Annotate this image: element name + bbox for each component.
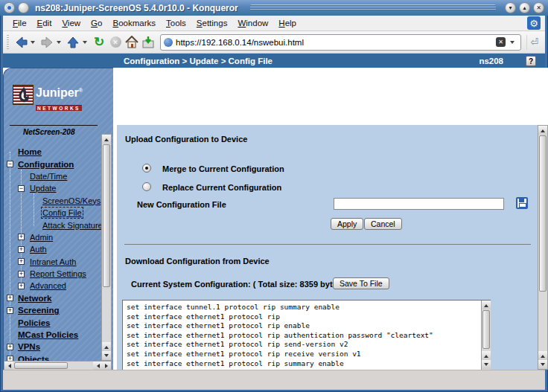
config-vscrollbar[interactable] [481,301,491,370]
back-button[interactable] [13,34,38,51]
merge-radio[interactable] [142,164,151,173]
sticky-icon[interactable] [18,2,29,13]
sidebar-item-label[interactable]: MCast Policies [18,330,78,339]
sidebar-item-label[interactable]: VPNs [18,342,40,351]
menu-tools[interactable]: Tools [161,17,191,29]
scroll-up-icon[interactable] [538,126,547,135]
scroll-up-icon[interactable] [102,342,111,351]
up-chevron-icon[interactable] [83,41,87,46]
window-menu-icon[interactable] [4,2,15,13]
main-vscrollbar[interactable] [538,125,548,370]
location-history-chevron-icon[interactable] [510,41,514,46]
sidebar-item-vpns[interactable]: +VPNs [4,341,101,353]
scroll-down-icon[interactable] [482,360,491,369]
sidebar-vscrollbar[interactable] [101,134,112,361]
sidebar-item-label[interactable]: Configuration [18,160,74,169]
sidebar-hscroll-thumb[interactable] [14,362,68,369]
sidebar-item-label[interactable]: ScreenOS/Keys [42,196,101,205]
collapse-icon[interactable]: − [7,161,13,167]
sidebar-item-mcast-policies[interactable]: MCast Policies [4,329,101,341]
forward-history-chevron-icon[interactable] [57,41,61,46]
expand-icon[interactable]: + [18,271,25,277]
browse-file-icon[interactable] [516,197,528,209]
scroll-right-icon[interactable] [102,362,111,370]
sidebar-item-label[interactable]: Advanced [30,281,66,290]
save-page-button[interactable] [140,34,156,51]
sidebar-item-date-time[interactable]: Date/Time [4,170,101,182]
sidebar-item-label[interactable]: Screening [18,306,60,315]
sidebar-item-admin[interactable]: +Admin [4,231,101,243]
sidebar-item-label[interactable]: Home [18,147,42,156]
help-button[interactable]: ? [526,56,536,66]
menu-help[interactable]: Help [273,17,302,29]
location-bar[interactable]: https://192.168.0.14/nswebui.html ✕ [160,34,521,51]
menu-go[interactable]: Go [86,17,107,29]
sidebar-item-label[interactable]: Attack Signature [42,221,101,230]
apply-button[interactable]: Apply [331,218,363,230]
sidebar-item-label[interactable]: Update [30,184,56,193]
menu-view[interactable]: View [57,17,86,29]
back-history-chevron-icon[interactable] [31,41,35,46]
kde-gear-icon[interactable]: ⚙ [527,16,541,30]
menu-settings[interactable]: Settings [191,17,233,29]
reload-button[interactable]: ↻ [91,34,107,51]
sidebar-item-label[interactable]: Intranet Auth [30,257,76,266]
sidebar-item-label[interactable]: Admin [30,233,53,242]
stop-button[interactable]: ✕ [107,34,124,51]
menu-window[interactable]: Window [232,17,273,29]
close-button[interactable]: ✕ [533,2,544,13]
sidebar-item-auth[interactable]: +Auth [4,243,101,255]
sidebar-hscrollbar[interactable] [4,361,112,370]
config-file-input[interactable] [334,198,504,210]
sidebar-item-network[interactable]: +Network [4,292,101,304]
sidebar-item-screening[interactable]: +Screening [4,304,101,316]
sidebar-item-policies[interactable]: Policies [4,316,101,328]
sidebar-item-config-file[interactable]: Config File [4,207,101,219]
scroll-up-icon[interactable] [482,301,491,309]
main-vscroll-thumb[interactable] [539,135,547,292]
replace-radio-label[interactable]: Replace Current Configuration [162,183,281,192]
expand-icon[interactable]: + [7,344,13,350]
expand-icon[interactable]: + [18,283,25,289]
sidebar-item-attack-signature[interactable]: Attack Signature [4,219,101,231]
sidebar-item-report-settings[interactable]: +Report Settings [4,268,101,280]
sidebar-item-label[interactable]: Report Settings [30,269,86,278]
scroll-left-icon[interactable] [4,362,13,370]
scroll-down-icon[interactable] [538,360,547,369]
sidebar-item-label[interactable]: Policies [18,318,50,327]
collapse-icon[interactable]: − [18,185,25,192]
sidebar-item-label[interactable]: Config File [42,208,82,217]
expand-icon[interactable]: + [7,295,13,301]
menu-file[interactable]: File [7,17,32,29]
minimize-button[interactable]: ▾ [505,2,516,13]
up-button[interactable] [65,34,90,51]
toolbar-grip[interactable] [7,35,9,50]
home-button[interactable] [124,34,140,51]
replace-radio[interactable] [142,182,151,191]
menu-edit[interactable]: Edit [32,17,57,29]
cancel-button[interactable]: Cancel [364,218,402,230]
save-to-file-button[interactable]: Save To File [333,277,389,289]
maximize-button[interactable]: ▴ [519,2,530,13]
url-text[interactable]: https://192.168.0.14/nswebui.html [176,38,493,47]
merge-radio-label[interactable]: Merge to Current Configuration [162,164,284,173]
scroll-up-icon[interactable] [102,135,111,144]
sidebar-item-label[interactable]: Auth [30,245,47,254]
expand-icon[interactable]: + [18,234,25,240]
forward-button[interactable] [39,34,64,51]
sidebar-item-label[interactable]: Network [18,294,51,303]
sidebar-item-update[interactable]: −Update [4,182,101,194]
expand-icon[interactable]: + [18,258,25,265]
sidebar-item-screenos-keys[interactable]: ScreenOS/Keys [4,195,101,207]
menu-bookmarks[interactable]: Bookmarks [107,17,161,29]
clear-location-icon[interactable]: ✕ [496,37,506,47]
config-textarea[interactable]: set interface tunnel.1 protocol rip summ… [122,300,491,370]
scroll-up-icon[interactable] [538,351,547,360]
sidebar-item-advanced[interactable]: +Advanced [4,280,101,292]
expand-icon[interactable]: + [7,307,13,314]
config-vscroll-thumb[interactable] [482,310,490,349]
scroll-up-icon[interactable] [482,351,491,360]
go-button[interactable]: ⏎ [526,35,542,50]
scroll-down-icon[interactable] [102,351,111,360]
expand-icon[interactable]: + [18,246,25,253]
